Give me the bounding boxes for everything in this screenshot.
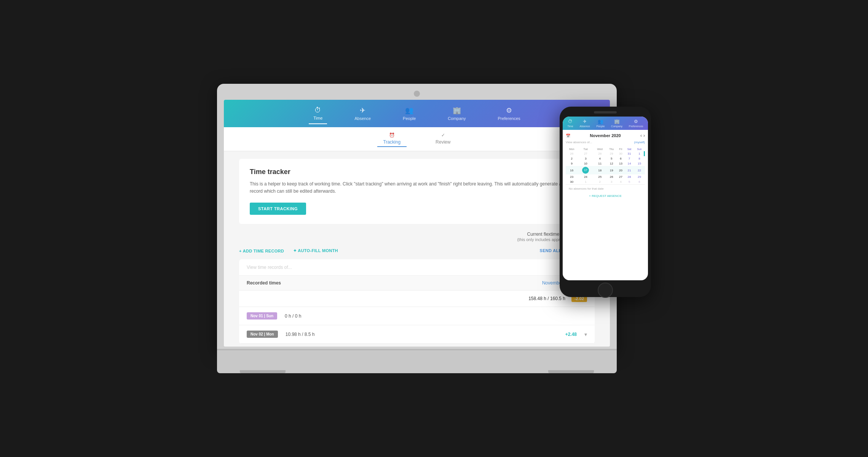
cal-cell[interactable]: 26 xyxy=(566,151,578,156)
cal-cell[interactable]: 9 xyxy=(566,161,578,166)
flextime-row: Current flextime balance: 38.43 h (this … xyxy=(239,232,595,242)
chevron-down-icon[interactable]: ▾ xyxy=(584,331,587,337)
phone-nav-absence[interactable]: ✈ Absence xyxy=(579,119,590,128)
phone-nav-company[interactable]: 🏢 Company xyxy=(611,119,622,128)
cal-cell[interactable]: 28 xyxy=(594,151,606,156)
sub-nav-label-review: Review xyxy=(436,139,450,145)
cal-cell-today[interactable]: 17 xyxy=(578,166,594,174)
laptop-foot-right xyxy=(548,370,594,373)
cal-cell[interactable]: 6 xyxy=(634,179,645,184)
actions-row: + ADD TIME RECORD ✦ AUTO-FILL MONTH SEND… xyxy=(239,248,595,253)
day-badge-nov02: Nov 02 | Mon xyxy=(247,331,278,338)
laptop-camera xyxy=(414,91,420,97)
nav-item-company[interactable]: 🏢 Company xyxy=(443,103,470,124)
cal-cell[interactable]: 22 xyxy=(634,166,645,174)
cal-cell[interactable]: 4 xyxy=(617,179,625,184)
cal-cell[interactable]: 13 xyxy=(617,161,625,166)
cal-cell[interactable]: 29 xyxy=(606,151,617,156)
nav-label-company: Company xyxy=(448,116,466,121)
phone-nav-label-time: Time xyxy=(567,125,573,128)
cal-cell[interactable]: 1 xyxy=(578,179,594,184)
sub-nav-tracking[interactable]: ⏰ Tracking xyxy=(377,131,407,147)
phone-nav-label-people: People xyxy=(597,125,605,128)
absence-myself-select[interactable]: (myself) xyxy=(634,141,645,144)
tracker-description: This is a helper to keep track of workin… xyxy=(250,181,584,195)
cal-cell[interactable]: 3 xyxy=(578,156,594,161)
hours-nov02: 10.98 h / 8.5 h xyxy=(286,332,558,337)
cal-cell[interactable]: 25 xyxy=(594,174,606,179)
cal-cell[interactable]: 6 xyxy=(617,156,625,161)
cal-prev-button[interactable]: ‹ xyxy=(640,133,642,138)
total-row: 158.48 h / 160.5 h -2.02 xyxy=(239,291,595,307)
nav-item-time[interactable]: ⏱ Time xyxy=(309,103,327,124)
table-row[interactable]: Nov 02 | Mon 10.98 h / 8.5 h +2.48 ▾ xyxy=(239,325,595,344)
cal-cell[interactable]: 16 xyxy=(566,166,578,174)
cal-cell[interactable]: 27 xyxy=(578,151,594,156)
cal-cell[interactable]: 24 xyxy=(578,174,594,179)
absence-filter-label: View absences of... xyxy=(566,141,592,144)
cal-cell[interactable]: 3 xyxy=(606,179,617,184)
cal-cell[interactable]: 4 xyxy=(594,156,606,161)
cal-cell[interactable]: 14 xyxy=(625,161,634,166)
cal-cell[interactable]: 2 xyxy=(566,156,578,161)
no-absences-message: No absences for that date xyxy=(569,187,642,190)
cal-cell[interactable]: 30 xyxy=(617,151,625,156)
cal-header: 📅 November 2020 ‹ › xyxy=(566,133,645,138)
company-icon: 🏢 xyxy=(453,106,461,115)
phone-nav-time[interactable]: ⏱ Time xyxy=(567,119,573,128)
phone-home-button[interactable] xyxy=(598,283,613,298)
cal-cell[interactable]: 28 xyxy=(625,174,634,179)
cal-next-button[interactable]: › xyxy=(643,133,645,138)
auto-fill-month-button[interactable]: ✦ AUTO-FILL MONTH xyxy=(293,248,338,253)
records-container: View time records of... (myself) Recorde… xyxy=(239,259,595,344)
records-header: Recorded times November 2020 ⬆⬇ xyxy=(239,276,595,291)
time-icon: ⏱ xyxy=(314,106,321,114)
cal-cell[interactable]: 8 xyxy=(634,156,645,161)
cal-day-sat: Sat xyxy=(625,147,634,151)
cal-cell[interactable]: 31 xyxy=(625,151,634,156)
cal-cell[interactable]: 30 xyxy=(566,179,578,184)
phone: ⏱ Time ✈ Absence 👥 People 🏢 Company ⚙ xyxy=(560,107,651,297)
cal-cell[interactable]: 5 xyxy=(606,156,617,161)
phone-nav-preferences[interactable]: ⚙ Preferences xyxy=(629,119,643,128)
phone-nav: ⏱ Time ✈ Absence 👥 People 🏢 Company ⚙ xyxy=(563,117,648,130)
cal-cell[interactable]: 15 xyxy=(634,161,645,166)
cal-cell[interactable]: 5 xyxy=(625,179,634,184)
cal-day-thu: Thu xyxy=(606,147,617,151)
table-row[interactable]: Nov 01 | Sun 0 h / 0 h xyxy=(239,307,595,325)
cal-cell[interactable]: 1 xyxy=(634,151,645,156)
cal-cell[interactable]: 11 xyxy=(594,161,606,166)
start-tracking-button[interactable]: START TRACKING xyxy=(250,203,306,215)
cal-cell[interactable]: 2 xyxy=(594,179,606,184)
records-filter-placeholder: View time records of... xyxy=(247,265,292,270)
phone-nav-people[interactable]: 👥 People xyxy=(597,119,605,128)
cal-cell[interactable]: 18 xyxy=(594,166,606,174)
add-time-record-button[interactable]: + ADD TIME RECORD xyxy=(239,248,284,253)
phone-nav-label-company: Company xyxy=(611,125,622,128)
phone-footer: No absences for that date xyxy=(566,184,645,193)
phone-preferences-icon: ⚙ xyxy=(634,119,638,124)
cal-cell[interactable]: 10 xyxy=(578,161,594,166)
cal-cell[interactable]: 23 xyxy=(566,174,578,179)
laptop-body: ⏱ Time ✈ Absence 👥 People 🏢 xyxy=(217,84,617,350)
cal-cell[interactable]: 29 xyxy=(634,174,645,179)
nav-item-preferences[interactable]: ⚙ Preferences xyxy=(493,103,525,124)
nav-item-people[interactable]: 👥 People xyxy=(398,103,420,124)
cal-cell[interactable]: 20 xyxy=(617,166,625,174)
request-absence-button[interactable]: + REQUEST ABSENCE xyxy=(566,193,645,199)
cal-day-sun: Sun xyxy=(634,147,645,151)
cal-cell[interactable]: 7 xyxy=(625,156,634,161)
nav-item-absence[interactable]: ✈ Absence xyxy=(350,103,375,124)
sub-nav-review[interactable]: ✓ Review xyxy=(429,131,456,147)
cal-cell[interactable]: 27 xyxy=(617,174,625,179)
nav-items: ⏱ Time ✈ Absence 👥 People 🏢 xyxy=(309,103,525,124)
cal-cell[interactable]: 19 xyxy=(606,166,617,174)
absence-icon: ✈ xyxy=(360,106,365,115)
laptop: ⏱ Time ✈ Absence 👥 People 🏢 xyxy=(217,84,617,373)
cal-icons: 📅 xyxy=(566,134,570,138)
cal-cell[interactable]: 26 xyxy=(606,174,617,179)
cal-cell[interactable]: 12 xyxy=(606,161,617,166)
phone-people-icon: 👥 xyxy=(598,119,603,124)
cal-cell[interactable]: 21 xyxy=(625,166,634,174)
preferences-icon: ⚙ xyxy=(506,106,512,115)
